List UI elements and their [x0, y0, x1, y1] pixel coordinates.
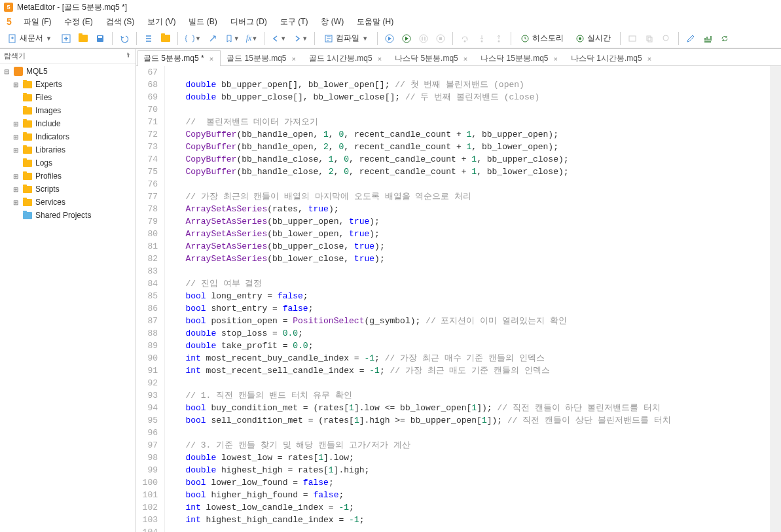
bookmark-icon	[225, 34, 234, 43]
expand-icon[interactable]: ⊞	[12, 199, 20, 206]
compile-button[interactable]: 컴파일 ▼	[319, 31, 373, 46]
history-button[interactable]: 히스토리	[515, 31, 569, 46]
titlebar: 5 MetaEditor - [골드 5분봉.mq5 *]	[0, 0, 781, 14]
menu-item[interactable]: 보기 (V)	[141, 15, 182, 29]
bookmark-button[interactable]: ▼	[222, 31, 242, 46]
terminal-button[interactable]	[625, 31, 640, 46]
undo-icon	[120, 34, 129, 43]
folder-icon	[23, 81, 32, 88]
find-button[interactable]	[659, 31, 674, 46]
tree-item[interactable]: ⊞Include	[0, 117, 136, 130]
expand-icon[interactable]: ⊟	[3, 68, 10, 75]
menu-item[interactable]: 수정 (E)	[58, 15, 99, 29]
close-icon[interactable]: ×	[291, 55, 297, 63]
new-file-button[interactable]	[58, 31, 74, 46]
run-button[interactable]	[399, 31, 414, 46]
tree-label: Files	[35, 93, 52, 102]
tab-label: 나스닥 1시간봉.mq5	[571, 53, 642, 64]
expand-icon[interactable]: ⊞	[12, 147, 20, 154]
expand-icon[interactable]: ⊞	[12, 173, 20, 180]
tree-root-mql5[interactable]: ⊟ MQL5	[0, 65, 136, 78]
close-icon[interactable]: ×	[462, 55, 469, 63]
expand-icon[interactable]: ⊞	[12, 120, 20, 128]
code-content[interactable]: double bb_upper_open[], bb_lower_open[];…	[165, 66, 771, 532]
copy-button[interactable]	[642, 31, 657, 46]
save-button[interactable]	[92, 31, 108, 46]
step-out-button[interactable]	[491, 31, 507, 46]
tree-item[interactable]: ⊞Experts	[0, 78, 136, 91]
tree-item[interactable]: ⊞Scripts	[0, 183, 136, 196]
menu-item[interactable]: 파일 (F)	[17, 15, 58, 29]
menu-item[interactable]: 검색 (S)	[100, 15, 141, 29]
new-document-button[interactable]: 새문서 ▼	[3, 31, 57, 46]
editor-tab[interactable]: 나스닥 15분봉.mq5×	[475, 50, 565, 66]
arrow-button[interactable]	[205, 31, 221, 46]
expand-icon[interactable]: ⊞	[12, 133, 20, 141]
menu-item[interactable]: 도구 (T)	[274, 15, 315, 29]
svg-rect-18	[648, 37, 652, 42]
sync-icon	[720, 34, 729, 43]
list-button[interactable]	[141, 31, 156, 46]
code-block-button[interactable]: ▼	[182, 31, 204, 46]
tree-item[interactable]: Images	[0, 104, 136, 117]
editor-tab[interactable]: 골드 5분봉.mq5 *×	[137, 50, 221, 66]
expand-icon[interactable]: ⊞	[12, 81, 20, 88]
tree-item[interactable]: ⊞Profiles	[0, 169, 136, 183]
new-document-label: 새문서	[20, 33, 43, 44]
expand-icon[interactable]	[12, 160, 20, 167]
stop-button[interactable]	[433, 31, 448, 46]
close-icon[interactable]: ×	[208, 55, 215, 63]
arrow-left-icon	[271, 34, 280, 43]
pause-button[interactable]	[416, 31, 431, 46]
app-icon: 5	[4, 3, 13, 12]
forward-button[interactable]: ▼	[290, 31, 310, 46]
editor-tab[interactable]: 나스닥 5분봉.mq5×	[389, 50, 475, 66]
close-icon[interactable]: ×	[646, 55, 653, 63]
expand-icon[interactable]	[12, 212, 20, 219]
step-over-button[interactable]	[457, 31, 473, 46]
folder-view-button[interactable]	[158, 31, 173, 46]
menu-item[interactable]: 도움말 (H)	[350, 15, 400, 29]
scrollbar[interactable]	[771, 66, 781, 532]
arrow-right-icon	[293, 34, 302, 43]
realtime-button[interactable]: 실시간	[570, 31, 616, 46]
menu-item[interactable]: 디버그 (D)	[224, 15, 274, 29]
step-into-button[interactable]	[474, 31, 490, 46]
expand-icon[interactable]	[12, 107, 20, 115]
expand-icon[interactable]: ⊞	[12, 186, 20, 193]
chart-button[interactable]	[700, 31, 716, 46]
open-button[interactable]	[75, 31, 91, 46]
folder-icon	[161, 35, 170, 42]
menu-item[interactable]: 빌드 (B)	[182, 15, 223, 29]
tree-label: MQL5	[26, 67, 48, 76]
function-button[interactable]: fx▼	[244, 31, 261, 46]
tree-item[interactable]: Logs	[0, 156, 136, 169]
svg-point-15	[579, 37, 581, 40]
close-icon[interactable]: ×	[376, 55, 383, 63]
stop-icon	[436, 34, 445, 43]
tree-item[interactable]: Files	[0, 91, 136, 104]
debug-start-button[interactable]	[382, 31, 397, 46]
tree-item[interactable]: ⊞Libraries	[0, 143, 136, 156]
history-label: 히스토리	[532, 33, 564, 44]
menubar: 5 파일 (F)수정 (E)검색 (S)보기 (V)빌드 (B)디버그 (D)도…	[0, 14, 781, 29]
tree-item[interactable]: ⊞Services	[0, 196, 136, 209]
folder-icon	[23, 199, 32, 206]
tree-item[interactable]: Shared Projects	[0, 209, 136, 222]
sync-button[interactable]	[717, 31, 733, 46]
pin-icon[interactable]	[124, 52, 132, 60]
menu-item[interactable]: 창 (W)	[314, 15, 350, 29]
back-button[interactable]: ▼	[268, 31, 289, 46]
undo-button[interactable]	[117, 31, 132, 46]
folder-icon	[23, 186, 32, 193]
expand-icon[interactable]	[12, 94, 20, 101]
tree-item[interactable]: ⊞Indicators	[0, 130, 136, 143]
close-icon[interactable]: ×	[553, 55, 559, 63]
edit-button[interactable]	[683, 31, 699, 46]
svg-point-12	[498, 40, 500, 42]
code-editor[interactable]: 6768697071727374757677787980818283848586…	[136, 66, 781, 532]
editor-tab[interactable]: 골드 15분봉.mq5×	[221, 50, 303, 66]
editor-tab[interactable]: 골드 1시간봉.mq5×	[303, 50, 389, 66]
copy-icon	[645, 34, 654, 43]
editor-tab[interactable]: 나스닥 1시간봉.mq5×	[565, 50, 659, 66]
